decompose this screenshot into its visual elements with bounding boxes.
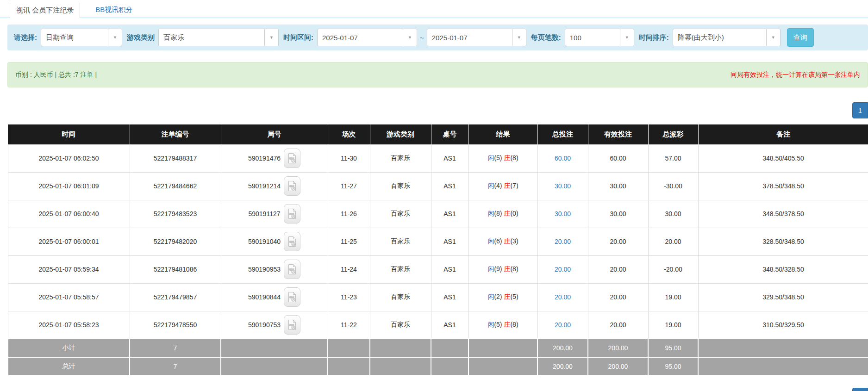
time-range-label: 时间区间: [283,33,313,42]
cell-payout: 57.00 [648,144,698,172]
video-record-button[interactable] [284,287,300,307]
bet-records-table: 时间注单编号局号场次游戏类别桌号结果总投注有效投注总派彩备注 2025-01-0… [7,124,868,376]
subtotal-payout: 95.00 [648,339,698,357]
pagination-top: 1 [0,102,868,118]
cell-round: 590191214 [221,172,328,200]
total-row: 总计 7 200.00 200.00 95.00 [8,357,868,376]
video-record-button[interactable] [284,149,300,168]
video-record-button[interactable] [284,204,300,223]
time-sort-label: 时间排序: [639,33,669,42]
date-from-value: 2025-01-07 [318,34,403,42]
cell-time: 2025-01-07 06:01:09 [8,172,130,200]
total-bet-link[interactable]: 20.00 [555,238,571,245]
summary-bar: 币别 : 人民币 | 总共 :7 注单 | 同局有效投注，统一计算在该局第一张注… [7,62,868,87]
table-header-row: 时间注单编号局号场次游戏类别桌号结果总投注有效投注总派彩备注 [8,124,868,144]
cell-session: 11-26 [328,200,370,228]
game-type-value: 百家乐 [159,33,264,42]
total-count: 7 [130,357,221,376]
cell-payout: 30.00 [648,200,698,228]
cell-total-bet: 30.00 [537,200,588,228]
date-from-select[interactable]: 2025-01-07 ▼ [317,29,417,46]
round-number: 590190753 [248,321,281,329]
video-record-button[interactable] [284,232,300,251]
chevron-down-icon: ▼ [264,29,278,46]
query-type-value: 日期查询 [41,33,108,42]
cell-valid-bet: 30.00 [588,200,648,228]
subtotal-total-bet: 200.00 [537,339,588,357]
tab-video-bet-records[interactable]: 视讯 会员下注纪录 [10,3,80,18]
video-record-button[interactable] [284,260,300,279]
player-result-label: 闲 [487,154,494,161]
table-row: 2025-01-07 05:58:23 522179478550 5901907… [8,311,868,339]
total-bet-link[interactable]: 60.00 [555,155,571,162]
cell-bet-id: 522179481086 [130,255,221,283]
query-button[interactable]: 查询 [787,28,814,47]
banker-result-value: (0) [510,210,518,217]
column-header: 时间 [8,124,130,144]
query-type-select[interactable]: 日期查询 ▼ [41,29,122,46]
column-header: 总投注 [537,124,588,144]
cell-table-no: AS1 [431,200,468,228]
table-row: 2025-01-07 06:01:09 522179484662 5901912… [8,172,868,200]
video-record-icon [287,236,297,247]
game-type-select[interactable]: 百家乐 ▼ [158,29,279,46]
total-bet-link[interactable]: 20.00 [555,321,571,329]
tab-bb-video-points[interactable]: BB视讯积分 [89,2,138,18]
cell-game-type: 百家乐 [370,311,431,339]
subtotal-count: 7 [130,339,221,357]
round-number: 590191040 [248,238,281,245]
table-row: 2025-01-07 05:58:57 522179479857 5901908… [8,283,868,311]
cell-game-type: 百家乐 [370,228,431,255]
total-bet-link[interactable]: 20.00 [555,266,571,273]
cell-remark: 348.50/405.50 [698,144,868,172]
cell-round: 590190753 [221,311,328,339]
banker-result-label: 庄 [504,182,510,189]
cell-game-type: 百家乐 [370,144,431,172]
cell-result: 闲(4) 庄(7) [468,172,537,200]
table-row: 2025-01-07 06:02:50 522179488317 5901914… [8,144,868,172]
cell-session: 11-27 [328,172,370,200]
player-result-label: 闲 [487,210,494,217]
column-header: 游戏类别 [370,124,431,144]
video-record-button[interactable] [284,176,300,196]
time-sort-select[interactable]: 降幂(由大到小) ▼ [673,29,781,46]
banker-result-label: 庄 [504,265,510,273]
select-type-label: 请选择: [14,33,37,42]
player-result-value: (2) [494,293,502,300]
page-size-value: 100 [565,34,620,42]
cell-result: 闲(2) 庄(5) [468,283,537,311]
date-to-select[interactable]: 2025-01-07 ▼ [427,29,526,46]
cell-session: 11-24 [328,255,370,283]
table-row: 2025-01-07 05:59:34 522179481086 5901909… [8,255,868,283]
cell-payout: -20.00 [648,255,698,283]
player-result-label: 闲 [487,293,494,300]
round-number: 590191476 [248,155,281,162]
cell-remark: 328.50/348.50 [698,228,868,255]
cell-table-no: AS1 [431,144,468,172]
cell-round: 590191040 [221,228,328,255]
cell-remark: 378.50/348.50 [698,172,868,200]
banker-result-label: 庄 [504,210,510,217]
page-1-button-bottom[interactable]: 1 [852,388,868,391]
player-result-label: 闲 [487,182,494,189]
cell-time: 2025-01-07 05:58:57 [8,283,130,311]
total-bet-link[interactable]: 20.00 [555,293,571,301]
chevron-down-icon: ▼ [403,29,417,46]
cell-total-bet: 30.00 [537,172,588,200]
player-result-value: (6) [494,237,502,245]
cell-valid-bet: 20.00 [588,255,648,283]
video-record-icon [287,319,297,330]
total-payout: 95.00 [648,357,698,376]
video-record-button[interactable] [284,315,300,335]
page-size-select[interactable]: 100 ▼ [565,29,634,46]
currency-summary-text: 币别 : 人民币 | 总共 :7 注单 | [15,71,97,79]
total-bet-link[interactable]: 30.00 [555,210,571,217]
cell-bet-id: 522179479857 [130,283,221,311]
cell-table-no: AS1 [431,228,468,255]
page-1-button[interactable]: 1 [852,102,868,118]
round-number: 590191127 [248,210,280,217]
total-bet-link[interactable]: 30.00 [555,182,571,190]
cell-result: 闲(5) 庄(8) [468,144,537,172]
cell-total-bet: 20.00 [537,228,588,255]
cell-result: 闲(5) 庄(8) [468,311,537,339]
